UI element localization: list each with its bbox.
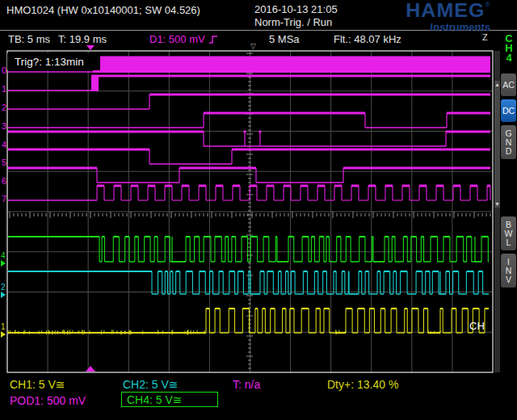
scrollbar-thumb[interactable]: ▲ ▼: [494, 81, 500, 208]
menu-button-label: AC: [502, 81, 515, 90]
channel-marker-number: 4: [1, 252, 6, 260]
analog-channel-marker-ch2[interactable]: 2: [1, 284, 6, 298]
analog-channel-marker-ch1[interactable]: 1: [1, 323, 6, 338]
menu-button-bwl[interactable]: BWL: [501, 216, 516, 250]
brand-subtitle: Instruments: [406, 22, 490, 32]
sample-rate-readout: 5 MSa: [269, 33, 300, 45]
digital-channel-label-6: 6: [2, 177, 6, 186]
trig-status-box: Trig?: 1:13min: [7, 53, 100, 70]
menu-button-inv[interactable]: INV: [501, 254, 516, 288]
trigger-time-readout: T: 19.9 ms: [58, 33, 107, 45]
timebase-readout: TB: 5 ms: [8, 33, 50, 45]
menu-channel-label: CH4: [501, 34, 517, 63]
brand-text: HAMEG: [406, 3, 485, 18]
datetime-label: 2016-10-13 21:05: [254, 3, 338, 15]
ch1-readout: CH1: 5 V≅: [10, 378, 65, 391]
menu-button-label: DC: [502, 107, 515, 116]
zoom-flag: Z: [482, 32, 488, 42]
trigger-readout: T: n/a: [233, 378, 260, 391]
trigger-position-marker-bottom[interactable]: [86, 366, 95, 372]
channel-marker-number: 2: [1, 284, 6, 292]
digital-channel-label-7: 7: [2, 195, 6, 204]
vertical-scrollbar[interactable]: ▲ ▼: [494, 51, 500, 372]
scroll-up-icon[interactable]: ▲: [494, 82, 500, 87]
filter-readout: Flt.: 48.07 kHz: [334, 33, 401, 45]
trigger-position-marker-top[interactable]: [86, 45, 95, 50]
channel-marker-arrow-icon: [1, 260, 6, 267]
registered-mark: ®: [485, 1, 490, 9]
oscilloscope-screen: HMO1024 (HW 0x10140001; SW 04.526) 2016-…: [0, 0, 517, 420]
ch4-readout-box: CH4: 5 V≅: [121, 392, 218, 407]
scroll-down-icon[interactable]: ▼: [494, 201, 500, 207]
menu-button-dc[interactable]: DC: [501, 99, 516, 122]
digital-channel-label-5: 5: [2, 158, 6, 167]
hameg-logo: HAMEG® Instruments: [406, 2, 490, 32]
reference-position-marker: ▽: [250, 42, 256, 50]
ch4-readout: CH4: 5 V≅: [127, 393, 183, 406]
device-title: HMO1024 (HW 0x10140001; SW 04.526): [6, 4, 200, 16]
channel-marker-number: 1: [1, 323, 6, 331]
trigger-source-readout: D1: 500 mV: [149, 33, 205, 45]
ch-popup-label: CH: [469, 320, 485, 332]
rising-edge-icon: [208, 35, 218, 44]
digital-channel-label-2: 2: [2, 103, 6, 112]
run-state-label: Norm-Trig. / Run: [254, 16, 332, 28]
menu-button-gnd[interactable]: GND: [501, 125, 516, 159]
digital-channel-label-1: 1: [2, 85, 6, 94]
pod1-readout: POD1: 500 mV: [10, 394, 86, 407]
channel-marker-arrow-icon: [1, 292, 6, 298]
digital-channel-label-0: 0: [2, 66, 6, 75]
menu-button-ac[interactable]: AC: [501, 74, 516, 96]
channel-marker-arrow-icon: [1, 331, 6, 338]
digital-channel-label-4: 4: [2, 141, 6, 149]
ch2-readout: CH2: 5 V≅: [123, 378, 179, 391]
channel-side-menu: CH4 ACDCGNDBWLINV: [501, 0, 517, 420]
digital-channel-label-3: 3: [2, 122, 6, 131]
analog-channel-marker-ch4[interactable]: 4: [1, 252, 6, 267]
duty-cycle-readout: Dty+: 13.40 %: [327, 378, 398, 391]
